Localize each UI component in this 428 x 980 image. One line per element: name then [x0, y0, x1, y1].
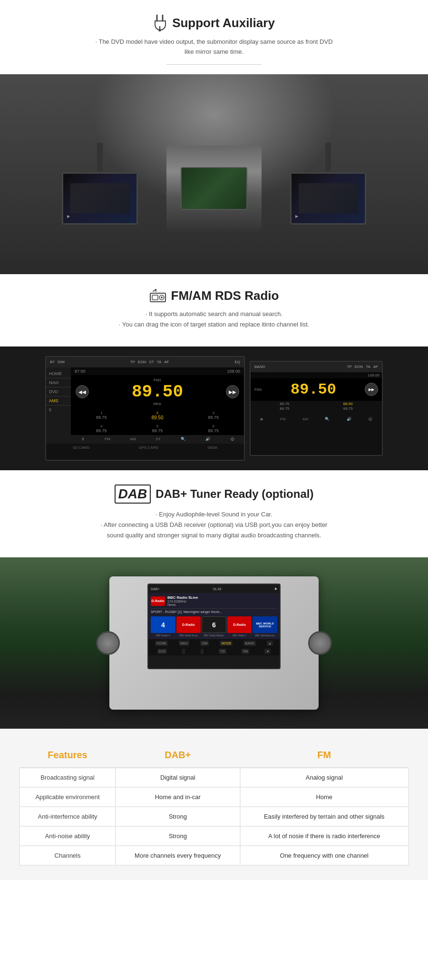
preset-5[interactable]: 589.75 — [130, 423, 185, 434]
radio-description: · It supports automatic search and manua… — [95, 309, 333, 330]
power-btn[interactable]: ⏻ — [230, 437, 234, 441]
dab-station-name: BBC Radio 5Live — [167, 595, 198, 600]
dvd-btn[interactable]: DVD — [46, 387, 71, 396]
fm-value-3: Easily interfered by terrain and other s… — [240, 807, 409, 826]
freq-display-main-2: 89.50 — [291, 381, 336, 398]
right-knob[interactable] — [308, 631, 332, 655]
channel-1[interactable]: 4 — [151, 616, 175, 633]
navi-nav[interactable]: NAVI — [179, 641, 189, 646]
channel-5[interactable]: BBC WORLD SERVICE — [253, 616, 277, 633]
channel-4[interactable]: D-Radio — [227, 616, 252, 633]
radio-top-bar: BT DIM TP EON ST TA AF EQ — [46, 357, 244, 367]
table-row: Applicable environment Home and in-car H… — [19, 787, 409, 807]
channel-2[interactable]: D-Radio — [176, 616, 201, 633]
preset-6[interactable]: 689.75 — [185, 423, 241, 434]
am-btn-2[interactable]: AM — [302, 417, 308, 421]
channel-3[interactable]: 6 — [202, 616, 226, 633]
car-interior-image: ▶ ▶ — [0, 74, 428, 274]
auxiliary-description: · The DVD model have video output, the s… — [95, 37, 333, 57]
left-knob[interactable] — [96, 631, 120, 655]
vol-btn-2[interactable]: 🔊 — [347, 417, 351, 421]
left-headrest: ▶ — [62, 143, 138, 225]
dab-freq: 174.928MHz — [167, 600, 198, 603]
fm-value-1: Analog signal — [240, 768, 409, 787]
sim-nav[interactable]: SIM — [200, 641, 209, 646]
fm-btn-2[interactable]: FM — [280, 417, 286, 421]
band-btn-2[interactable]: BAND — [254, 365, 265, 369]
feature-label-3: Anti-interfernce ability — [19, 807, 116, 826]
dab-screen: DAB+ 01:43 ▶ D-Radio BBC Radio 5Live 174… — [147, 584, 281, 669]
ams-btn[interactable]: AMS — [46, 396, 71, 406]
radio-card-labels: SD CARD GPS CARD SEEK — [46, 444, 244, 452]
radio-unit-main: BT DIM TP EON ST TA AF EQ HOME NAVI DVD … — [45, 356, 245, 461]
preset-2-2[interactable]: 89.50 — [317, 402, 380, 406]
right-screen-content: ▶ — [292, 174, 365, 223]
down-nav[interactable]: ▼ — [264, 649, 271, 654]
dab-nav-buttons-2: DVD T.R FM ▼ — [148, 647, 280, 655]
pwr-btn-2[interactable]: ⏻ — [368, 417, 372, 421]
radio-desc-1: · It supports automatic search and manua… — [95, 309, 333, 319]
st-btn[interactable]: ST — [156, 437, 161, 441]
ch-label-3: BBC Radio 6Music — [202, 634, 226, 637]
home-btn[interactable]: HOME — [46, 369, 71, 378]
am-mode-btn[interactable]: AM — [130, 437, 136, 441]
search-btn[interactable]: 🔍 — [181, 437, 185, 441]
main-frequency: 89.50 — [132, 382, 183, 402]
preset-2-1[interactable]: 89.75 — [253, 402, 316, 406]
home-nav[interactable]: HOME — [155, 641, 168, 646]
features-table: Features DAB+ FM Broadcasting signal Dig… — [19, 743, 409, 866]
auxiliary-title: Support Auxiliary — [172, 16, 275, 30]
dab-section: DAB DAB+ Tuner Ready (optional) · Enjoy … — [0, 470, 428, 557]
rewind-btn[interactable]: ◀◀ — [76, 385, 89, 398]
forward-btn-2[interactable]: ▶▶ — [365, 383, 378, 396]
mode-nav[interactable]: MODE — [220, 641, 233, 646]
search-btn-2[interactable]: 🔍 — [325, 417, 330, 421]
dab-screen-content: D-Radio BBC Radio 5Live 174.928MHz News … — [148, 593, 280, 639]
table-row: Channels More channels every frequency O… — [19, 846, 409, 865]
preset-4[interactable]: 489.75 — [74, 423, 129, 434]
preset-2-3[interactable]: 89.75 — [253, 406, 316, 411]
feature-label-4: Anti-noise ability — [19, 826, 116, 846]
dab-value-5: More channels every frequency — [116, 846, 240, 865]
table-row: Anti-noise ability Strong A lot of nosie… — [19, 826, 409, 846]
fm-mode-btn[interactable]: FM — [105, 437, 110, 441]
up-nav[interactable]: ▲ — [267, 641, 273, 646]
eon-2: EON — [355, 365, 363, 369]
freq-right-2: 108.00 — [251, 372, 382, 378]
dab-value-3: Strong — [116, 807, 240, 826]
left-screen: ▶ — [62, 172, 138, 225]
band-nav[interactable]: BAND — [243, 641, 255, 646]
fav-btn[interactable]: 5 — [46, 406, 71, 414]
ta-2: TA — [366, 365, 370, 369]
pause-btn[interactable]: ⏸ — [81, 437, 85, 441]
volume-btn[interactable]: 🔊 — [205, 437, 210, 441]
table-row: Anti-interfernce ability Strong Easily i… — [19, 807, 409, 826]
fm-nav[interactable]: FM — [242, 649, 249, 654]
svg-point-6 — [161, 297, 163, 298]
dab-signal: ▶ — [275, 587, 277, 591]
preset-2[interactable]: 289.50 — [130, 410, 185, 421]
dim-label: DIM — [58, 360, 65, 364]
seek-label: SEEK — [207, 445, 217, 450]
setup-nav[interactable] — [201, 649, 204, 654]
dab-desc-1: · Enjoy Audiophile-level Sound in your C… — [95, 509, 333, 520]
dab-title: DAB+ Tuner Ready (optional) — [156, 487, 313, 501]
fm-value-4: A lot of nosie if there is radio interfe… — [240, 826, 409, 846]
dab-description: · Enjoy Audiophile-level Sound in your C… — [95, 509, 333, 541]
preset-3[interactable]: 389.75 — [185, 410, 241, 421]
band-label: FM1 — [154, 378, 161, 382]
dab-car-photo: DAB+ 01:43 ▶ D-Radio BBC Radio 5Live 174… — [0, 557, 428, 729]
preset-2-4[interactable]: 89.75 — [317, 406, 380, 411]
navi-btn[interactable]: NAVI — [46, 378, 71, 387]
dvd-nav[interactable]: DVD — [157, 649, 167, 654]
right-screen: ▶ — [290, 172, 366, 225]
left-screen-content: ▶ — [63, 174, 136, 223]
dab-type: News — [167, 603, 198, 606]
tel-nav[interactable] — [182, 649, 185, 654]
header-features: Features — [19, 743, 116, 768]
forward-btn[interactable]: ▶▶ — [226, 385, 239, 398]
tr-nav[interactable]: T.R — [219, 649, 227, 654]
feature-label-2: Applicable environment — [19, 787, 116, 807]
play-btn-2[interactable]: ▶ — [261, 417, 263, 421]
preset-1[interactable]: 189.75 — [74, 410, 129, 421]
